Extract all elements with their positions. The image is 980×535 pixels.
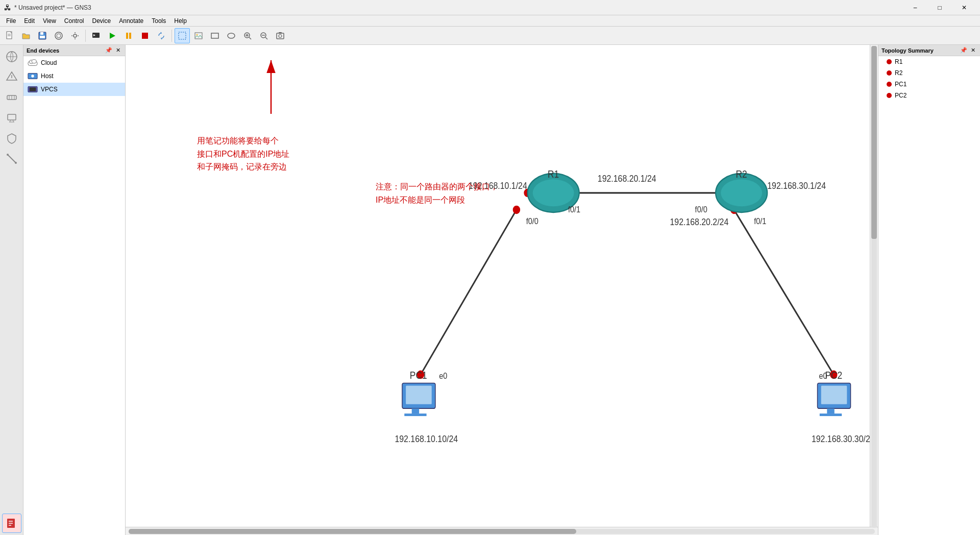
menu-control[interactable]: Control xyxy=(60,15,88,27)
toolbar-pause[interactable] xyxy=(121,28,136,43)
toolbar-screenshot[interactable] xyxy=(273,28,288,43)
toolbar-select[interactable] xyxy=(175,28,190,43)
menu-annotate[interactable]: Annotate xyxy=(115,15,148,27)
minimize-button[interactable]: – xyxy=(903,0,927,15)
svg-text:f0/0: f0/0 xyxy=(695,205,707,214)
sidebar-notes[interactable] xyxy=(2,514,21,533)
svg-rect-5 xyxy=(40,36,45,38)
r2-status-dot xyxy=(887,70,892,76)
maximize-button[interactable]: □ xyxy=(928,0,951,15)
canvas-vscrollbar[interactable] xyxy=(870,45,878,527)
toolbar-snapshot[interactable] xyxy=(51,28,66,43)
svg-text:R2: R2 xyxy=(736,168,747,180)
svg-text:e0: e0 xyxy=(819,371,827,380)
menu-view[interactable]: View xyxy=(39,15,60,27)
svg-line-42 xyxy=(8,155,16,163)
svg-rect-76 xyxy=(820,414,842,416)
topology-r2-label: R2 xyxy=(895,69,902,77)
sidebar-end-devices[interactable] xyxy=(2,108,21,128)
host-icon xyxy=(28,72,38,80)
svg-rect-74 xyxy=(821,385,847,404)
topology-summary-btns: 📌 ✕ xyxy=(960,46,977,55)
device-cloud[interactable]: Cloud xyxy=(23,56,125,69)
toolbar-sep2 xyxy=(172,30,172,42)
svg-line-21 xyxy=(249,37,251,39)
toolbar-run[interactable] xyxy=(105,28,120,43)
toolbar-preferences[interactable] xyxy=(67,28,83,43)
topology-item-r2[interactable]: R2 xyxy=(878,67,980,79)
menu-help[interactable]: Help xyxy=(170,15,191,27)
menu-edit[interactable]: Edit xyxy=(20,15,39,27)
svg-rect-16 xyxy=(195,33,202,39)
svg-line-57 xyxy=(421,210,517,375)
toolbar-stop[interactable] xyxy=(137,28,153,43)
svg-text:PC2: PC2 xyxy=(825,370,842,381)
topology-summary-close[interactable]: ✕ xyxy=(969,46,977,55)
sidebar-switches[interactable] xyxy=(2,88,21,107)
scrollbar-track[interactable] xyxy=(129,529,875,534)
svg-point-8 xyxy=(74,34,77,37)
svg-text:192.168.30.1/24: 192.168.30.1/24 xyxy=(767,181,826,191)
close-button[interactable]: ✕ xyxy=(952,0,976,15)
vscrollbar-thumb[interactable] xyxy=(871,46,877,239)
annotation-text-2: 注意：同一个路由器的两个接口， IP地址不能是同一个网段 xyxy=(376,180,498,206)
toolbar-reload[interactable] xyxy=(154,28,169,43)
svg-rect-72 xyxy=(404,414,426,416)
toolbar-rectangle[interactable] xyxy=(207,28,223,43)
svg-point-43 xyxy=(7,154,9,156)
canvas-area[interactable]: R1 R2 PC1 PC2 192.168.10.1/24 192.168.20… xyxy=(126,45,878,535)
toolbar-ellipse[interactable] xyxy=(224,28,239,43)
svg-point-28 xyxy=(279,34,282,37)
sidebar-routers[interactable] xyxy=(2,67,21,87)
svg-text:192.168.30.30/24: 192.168.30.30/24 xyxy=(812,434,875,444)
topology-item-r1[interactable]: R1 xyxy=(878,56,980,67)
menu-tools[interactable]: Tools xyxy=(148,15,170,27)
panel-close-button[interactable]: ✕ xyxy=(114,46,122,55)
topology-summary-title: Topology Summary xyxy=(881,47,934,54)
left-sidebar xyxy=(0,45,23,535)
right-sidebar: Topology Summary 📌 ✕ R1 R2 PC1 PC2 xyxy=(878,45,980,535)
svg-line-58 xyxy=(734,210,834,375)
canvas-scrollable: R1 R2 PC1 PC2 192.168.10.1/24 192.168.20… xyxy=(126,45,878,527)
toolbar-open[interactable] xyxy=(18,28,34,43)
toolbar-new[interactable] xyxy=(2,28,17,43)
title-bar: 🖧 * Unsaved project* — GNS3 – □ ✕ xyxy=(0,0,980,15)
svg-point-17 xyxy=(197,34,198,35)
toolbar-zoom-in[interactable] xyxy=(240,28,255,43)
svg-text:e0: e0 xyxy=(439,371,447,380)
pc2-status-dot xyxy=(887,93,892,98)
scrollbar-thumb[interactable] xyxy=(129,529,576,534)
device-host-label: Host xyxy=(41,72,54,80)
topology-item-pc1[interactable]: PC1 xyxy=(878,79,980,90)
sidebar-security[interactable] xyxy=(2,129,21,148)
window-title: * Unsaved project* — GNS3 xyxy=(14,4,91,11)
topology-summary-pin[interactable]: 📌 xyxy=(960,46,968,55)
toolbar-zoom-out[interactable] xyxy=(256,28,272,43)
vscrollbar-track xyxy=(871,46,877,528)
toolbar-console[interactable] xyxy=(88,28,104,43)
topology-item-pc2[interactable]: PC2 xyxy=(878,90,980,101)
sidebar-all-devices[interactable] xyxy=(2,47,21,66)
topology-svg: R1 R2 PC1 PC2 192.168.10.1/24 192.168.20… xyxy=(126,45,878,527)
devices-panel-title: End devices xyxy=(27,47,59,54)
menu-file[interactable]: File xyxy=(2,15,20,27)
svg-rect-71 xyxy=(412,408,419,414)
app-icon: 🖧 xyxy=(4,4,11,12)
svg-text:PC1: PC1 xyxy=(410,370,427,381)
svg-rect-4 xyxy=(40,32,43,35)
device-vpcs[interactable]: VPCS xyxy=(23,83,125,96)
svg-point-44 xyxy=(15,162,17,164)
device-host[interactable]: Host xyxy=(23,69,125,83)
toolbar-save[interactable] xyxy=(35,28,50,43)
canvas-hscrollbar[interactable] xyxy=(126,527,878,535)
toolbar-image[interactable] xyxy=(191,28,206,43)
devices-panel-header: End devices 📌 ✕ xyxy=(23,45,125,56)
annotation-text-1: 用笔记功能将要给每个 接口和PC机配置的IP地址 和子网掩码，记录在旁边 xyxy=(197,134,289,174)
svg-marker-11 xyxy=(110,33,115,39)
svg-point-7 xyxy=(57,34,61,38)
sidebar-all-links[interactable] xyxy=(2,149,21,168)
svg-rect-12 xyxy=(126,33,128,39)
menu-device[interactable]: Device xyxy=(88,15,115,27)
svg-rect-29 xyxy=(279,32,282,34)
panel-pin-button[interactable]: 📌 xyxy=(105,46,113,55)
